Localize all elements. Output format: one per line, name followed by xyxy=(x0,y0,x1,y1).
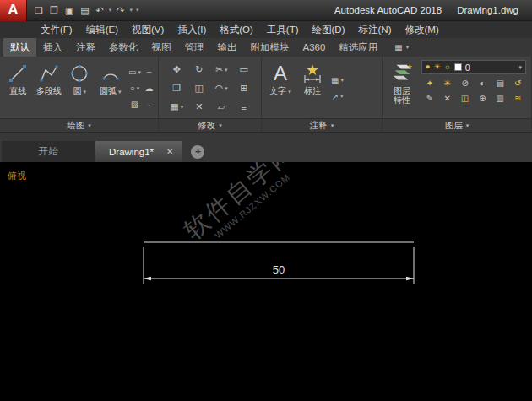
table-icon[interactable]: ▦ xyxy=(330,74,345,87)
stretch-icon[interactable]: ▭ xyxy=(236,63,251,76)
tab-parametric[interactable]: 参数化 xyxy=(102,38,145,57)
layer-tool-icon[interactable]: ◐ xyxy=(475,77,490,89)
ribbon-tab-bar: 默认 插入 注释 参数化 视图 管理 输出 附加模块 A360 精选应用 ▦ xyxy=(0,38,532,57)
layer-tool-icon[interactable]: ◫ xyxy=(458,92,472,105)
layer-tool-icon[interactable]: ▤ xyxy=(493,77,508,89)
layer-color-swatch xyxy=(454,63,462,71)
undo-dropdown-icon[interactable]: ▾ xyxy=(107,7,114,14)
autocad-window: A ❏ ❒ ▣ ▤ ↶ ▾ ↷ ▾ ▾ Autodesk AutoCAD 201… xyxy=(0,0,532,401)
scale-icon[interactable]: ⊞ xyxy=(236,82,251,95)
ribbon-options-icon[interactable]: ▦ xyxy=(391,38,412,57)
offset-icon[interactable]: ▱ xyxy=(214,100,229,113)
menu-draw[interactable]: 绘图(D) xyxy=(306,21,352,38)
redo-icon[interactable]: ↷ xyxy=(113,2,128,19)
plot-icon[interactable]: ▤ xyxy=(77,2,92,19)
layer-tool-icon[interactable]: ⊘ xyxy=(458,77,472,89)
move-icon[interactable]: ✥ xyxy=(170,63,184,76)
annotate-more-tools: ▦ ↗ xyxy=(330,58,345,118)
menu-insert[interactable]: 插入(I) xyxy=(171,21,213,38)
customize-toolbar-icon[interactable]: ▾ xyxy=(134,7,141,14)
arc-icon xyxy=(99,61,122,86)
text-icon: A xyxy=(269,61,292,86)
menu-tools[interactable]: 工具(T) xyxy=(260,21,306,38)
draw-panel: 直线 多段线 圆 圆弧 xyxy=(0,57,159,132)
tab-annotate[interactable]: 注释 xyxy=(69,38,102,57)
layers-panel-label[interactable]: 图层 xyxy=(383,118,531,132)
layer-tool-icon[interactable]: ✎ xyxy=(422,92,437,105)
drawing-canvas[interactable]: 俯视 软件自学网 WWW.RJZXW.COM 50 xyxy=(0,162,532,401)
explode-icon[interactable]: ≡ xyxy=(236,100,251,113)
dimension-drawing: 50 xyxy=(0,162,532,401)
line-icon xyxy=(6,61,30,86)
layer-selector[interactable]: ● ☀ ☼ 0 ▾ xyxy=(421,60,526,74)
tab-output[interactable]: 输出 xyxy=(211,38,244,57)
layer-tools-row-2: ✎ ✕ ◫ ⊕ ▥ ≋ xyxy=(421,92,526,105)
layer-properties-icon xyxy=(390,61,414,86)
open-file-icon[interactable]: ❒ xyxy=(46,2,62,19)
file-tab-bar: 开始 Drawing1* ✕ + xyxy=(0,132,532,162)
save-icon[interactable]: ▣ xyxy=(62,2,77,19)
layer-freeze-icon: ☼ xyxy=(444,63,451,71)
draw-panel-label[interactable]: 绘图 xyxy=(0,118,158,132)
new-drawing-icon[interactable]: + xyxy=(191,145,204,159)
layers-panel: 图层 特性 ● ☀ ☼ 0 ▾ ✦ ☀ ⊘ xyxy=(383,57,532,132)
menu-file[interactable]: 文件(F) xyxy=(34,21,79,38)
undo-icon[interactable]: ↶ xyxy=(93,2,107,19)
menu-view[interactable]: 视图(V) xyxy=(125,21,171,38)
menu-edit[interactable]: 编辑(E) xyxy=(79,21,125,38)
rectangle-icon[interactable]: ▭ xyxy=(128,66,142,79)
polyline-button[interactable]: 多段线 xyxy=(34,58,65,118)
dimension-arrow-left xyxy=(144,277,151,280)
tab-manage[interactable]: 管理 xyxy=(178,38,211,57)
ellipse-icon[interactable]: ○ xyxy=(128,82,142,95)
document-title: Drawing1.dwg xyxy=(457,5,518,15)
tab-view[interactable]: 视图 xyxy=(145,38,178,57)
layer-tool-icon[interactable]: ▥ xyxy=(493,92,508,105)
dimension-text: 50 xyxy=(273,263,285,276)
menu-dimension[interactable]: 标注(N) xyxy=(352,21,399,38)
layer-tool-icon[interactable]: ⊕ xyxy=(475,92,490,105)
layer-tool-icon[interactable]: ✦ xyxy=(422,77,437,89)
erase-icon[interactable]: ✕ xyxy=(192,100,206,113)
layer-tool-icon[interactable]: ↺ xyxy=(511,77,525,89)
tab-insert[interactable]: 插入 xyxy=(36,38,69,57)
circle-button[interactable]: 圆 xyxy=(64,58,95,118)
arc-button[interactable]: 圆弧 xyxy=(95,58,127,118)
mirror-icon[interactable]: ◫ xyxy=(192,82,206,95)
hatch-icon[interactable]: ▨ xyxy=(128,98,142,111)
revision-cloud-icon[interactable]: ☁ xyxy=(142,82,156,95)
menu-format[interactable]: 格式(O) xyxy=(213,21,260,38)
layer-dropdown-icon[interactable]: ▾ xyxy=(518,64,522,71)
start-tab[interactable]: 开始 xyxy=(2,141,95,162)
text-button[interactable]: A 文字 xyxy=(264,58,296,118)
leader-icon[interactable]: ↗ xyxy=(330,90,345,103)
line-button[interactable]: 直线 xyxy=(3,58,34,118)
tab-addins[interactable]: 附加模块 xyxy=(244,38,296,57)
new-file-icon[interactable]: ❏ xyxy=(31,2,46,19)
redo-dropdown-icon[interactable]: ▾ xyxy=(128,7,135,14)
layer-tool-icon[interactable]: ☀ xyxy=(440,77,454,89)
menu-modify[interactable]: 修改(M) xyxy=(398,21,445,38)
quick-access-toolbar: ❏ ❒ ▣ ▤ ↶ ▾ ↷ ▾ ▾ xyxy=(31,2,141,19)
fillet-icon[interactable]: ◠ xyxy=(214,82,229,95)
rotate-icon[interactable]: ↻ xyxy=(192,63,206,76)
drawing1-tab[interactable]: Drawing1* ✕ xyxy=(95,141,182,162)
menu-bar: 文件(F) 编辑(E) 视图(V) 插入(I) 格式(O) 工具(T) 绘图(D… xyxy=(0,21,532,38)
close-tab-icon[interactable]: ✕ xyxy=(164,146,176,157)
tab-home[interactable]: 默认 xyxy=(3,38,36,57)
annotation-panel-label[interactable]: 注释 xyxy=(262,118,382,132)
trim-icon[interactable]: ✂ xyxy=(214,63,229,76)
copy-icon[interactable]: ❐ xyxy=(170,82,184,95)
point-icon[interactable]: ∙ xyxy=(142,98,156,111)
annotation-panel: A 文字 标注 ▦ ↗ 注释 xyxy=(262,57,383,132)
layer-properties-button[interactable]: 图层 特性 xyxy=(386,58,418,118)
layer-tool-icon[interactable]: ≋ xyxy=(511,92,525,105)
application-menu-button[interactable]: A xyxy=(0,0,27,21)
tab-a360[interactable]: A360 xyxy=(296,38,333,57)
construction-line-icon[interactable]: ┄ xyxy=(142,66,156,79)
array-icon[interactable]: ▦ xyxy=(170,100,184,113)
dimension-button[interactable]: 标注 xyxy=(296,58,328,118)
layer-tool-icon[interactable]: ✕ xyxy=(440,92,454,105)
modify-panel-label[interactable]: 修改 xyxy=(159,118,261,132)
tab-featured-apps[interactable]: 精选应用 xyxy=(332,38,384,57)
